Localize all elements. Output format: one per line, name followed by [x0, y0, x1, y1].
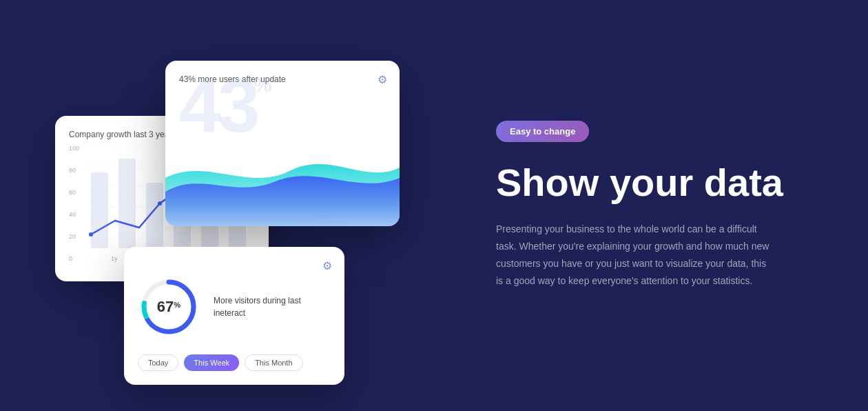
card-43: 43% more users after update ⚙ 43 % — [165, 61, 400, 226]
donut-text: 67% — [157, 298, 180, 316]
growth-y-labels: 100 80 60 40 20 0 — [69, 145, 79, 262]
gear-icon-43[interactable]: ⚙ — [378, 73, 387, 86]
card-67-buttons: Today This Week This Month — [138, 354, 331, 371]
main-description: Presenting your business to the whole wo… — [496, 221, 772, 290]
main-container: Company growth last 3 years 100 80 60 40… — [0, 0, 868, 411]
text-section: Easy to change Show your data Presenting… — [455, 121, 827, 290]
donut-container: 67% — [138, 276, 200, 338]
card-43-number: 43 — [179, 68, 256, 143]
card-67-description: More visitors during last ineteract — [214, 294, 331, 319]
main-title: Show your data — [496, 161, 799, 204]
wave-chart — [165, 137, 400, 226]
charts-section: Company growth last 3 years 100 80 60 40… — [41, 26, 455, 385]
svg-rect-6 — [91, 172, 108, 248]
card-67: ⚙ 67% More visitors duri — [124, 247, 344, 385]
svg-point-13 — [158, 201, 162, 206]
svg-rect-7 — [118, 159, 136, 248]
card-43-percent: % — [254, 73, 272, 97]
btn-this-month[interactable]: This Month — [245, 354, 302, 371]
btn-today[interactable]: Today — [138, 354, 178, 371]
card-67-content: 67% More visitors during last ineteract — [138, 268, 331, 346]
btn-this-week[interactable]: This Week — [184, 354, 239, 371]
svg-point-12 — [89, 232, 93, 237]
easy-to-change-badge: Easy to change — [496, 121, 589, 142]
gear-icon-67[interactable]: ⚙ — [322, 259, 332, 272]
